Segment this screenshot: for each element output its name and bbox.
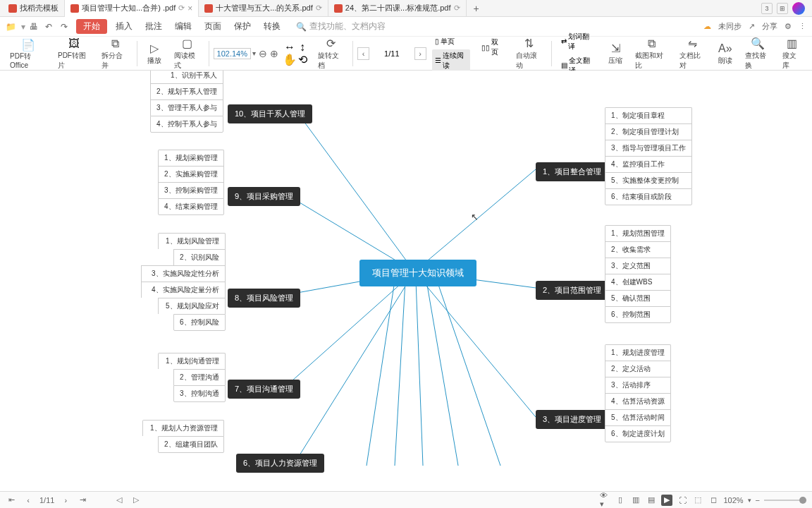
pdf-to-image-button[interactable]: 🖼PDF转图片	[54, 37, 94, 71]
rotate-doc-button[interactable]: ⟳旋转文档	[314, 37, 348, 71]
auto-scroll-button[interactable]: ⇅自动滚动	[512, 37, 546, 71]
share-button[interactable]: 分享	[762, 21, 777, 32]
next-page-button[interactable]: ›	[414, 47, 426, 60]
menu-edit[interactable]: 编辑	[171, 20, 196, 32]
redo-icon[interactable]: ↷	[61, 22, 72, 32]
pdf-icon	[204, 4, 213, 13]
branch-3: 3、项目进度管理	[536, 410, 608, 429]
leaves-2: 1、规划范围管理 2、收集需求 3、定义范围 4、创建WBS 5、确认范围 6、…	[605, 225, 671, 323]
svg-line-3	[285, 272, 414, 387]
tab-label: 项目管理十大知...合并) .pdf	[82, 3, 176, 13]
reload-icon[interactable]: ⟳	[178, 4, 185, 13]
doc-trans-icon: ▤	[561, 61, 567, 69]
eye-icon[interactable]: 👁▾	[599, 495, 610, 506]
zoom-control[interactable]: 102.14% ▾ ⊖ ⊕	[214, 48, 278, 59]
add-tab-button[interactable]: +	[467, 3, 486, 14]
gear-icon[interactable]: ⚙	[785, 22, 792, 31]
split-merge-button[interactable]: ⧉拆分合并	[97, 37, 132, 71]
fit-icon[interactable]: ⛶	[677, 495, 688, 506]
undo-icon[interactable]: ↶	[45, 22, 56, 32]
open-icon[interactable]: 📁	[6, 22, 17, 32]
zoom-status[interactable]: 102%	[723, 496, 743, 504]
zoom-in-icon[interactable]: ⊕	[270, 48, 278, 59]
search-box[interactable]: 🔍 查找功能、文档内容	[296, 20, 386, 32]
grid-icon[interactable]: ⊞	[777, 3, 788, 14]
read-mode-button[interactable]: ▢阅读模式	[170, 37, 204, 71]
play-status-icon[interactable]: ▶	[661, 495, 672, 506]
menu-protect[interactable]: 保护	[230, 20, 255, 32]
screenshot-icon: ⧉	[645, 37, 659, 51]
image-icon: 🖼	[67, 37, 81, 51]
pdf-icon	[334, 4, 343, 13]
tab-bar: 找稻壳模板 项目管理十大知...合并) .pdf⟳× 十大管理与五大...的关系…	[0, 0, 812, 17]
find-replace-button[interactable]: 🔍查找替换	[741, 37, 775, 71]
doc-compare-button[interactable]: ⇋文档比对	[675, 37, 710, 71]
square-icon[interactable]: ◻	[708, 495, 719, 506]
close-icon[interactable]: ×	[187, 4, 192, 13]
tab-active[interactable]: 项目管理十大知...合并) .pdf⟳×	[65, 0, 199, 17]
branch-6: 6、项目人力资源管理	[236, 454, 324, 473]
search-lib-button[interactable]: ▥搜文库	[778, 37, 806, 71]
cloud-icon[interactable]: ☁	[703, 22, 711, 31]
layout1-icon[interactable]: ▯	[615, 495, 626, 506]
nav-right-icon[interactable]: ▷	[130, 495, 142, 506]
layout2-icon[interactable]: ▥	[630, 495, 641, 506]
compress-button[interactable]: ⇲压缩	[603, 42, 628, 66]
zoom-slider[interactable]	[764, 500, 806, 501]
word-trans-button[interactable]: ⇄划词翻译	[558, 30, 597, 53]
menu-annotate[interactable]: 批注	[141, 20, 166, 32]
menu-convert[interactable]: 转换	[259, 20, 285, 32]
compare-button[interactable]: ⧉截图和对比	[631, 37, 672, 71]
page-indicator[interactable]: 1/11	[372, 49, 412, 58]
tab-templates[interactable]: 找稻壳模板	[3, 0, 65, 17]
svg-line-7	[414, 272, 536, 417]
reload-icon[interactable]: ⟳	[316, 4, 322, 13]
dropdown-icon[interactable]: ▾	[252, 49, 256, 57]
rotate-doc-icon: ⟳	[324, 37, 338, 51]
branch-2: 2、项目范围管理	[536, 281, 608, 300]
last-page-icon[interactable]: ⇥	[77, 495, 88, 506]
tab-3[interactable]: 24、第二十四课...标准规范.pdf⟳	[328, 0, 467, 17]
single-page-button[interactable]: ▯单页	[432, 35, 471, 48]
hand-icon[interactable]: ✋	[284, 54, 295, 66]
next-icon[interactable]: ›	[60, 495, 71, 506]
fit-height-icon[interactable]: ↕	[297, 42, 308, 53]
layout3-icon[interactable]: ▤	[646, 495, 657, 506]
trans-icon: ⇄	[561, 37, 567, 45]
svg-line-0	[296, 111, 414, 272]
zoom-dropdown-icon[interactable]: ▾	[748, 497, 751, 504]
menu-insert[interactable]: 插入	[111, 20, 137, 32]
play-button[interactable]: ▷播放	[142, 42, 167, 66]
window-count-icon[interactable]: 3	[761, 3, 773, 14]
first-page-icon[interactable]: ⇤	[6, 495, 17, 506]
tab-2[interactable]: 十大管理与五大...的关系.pdf⟳	[199, 0, 328, 17]
avatar[interactable]	[792, 2, 805, 15]
menu-page[interactable]: 页面	[200, 20, 226, 32]
leaves-3: 1、规划进度管理 2、定义活动 3、活动排序 4、估算活动资源 5、估算活动时间…	[605, 344, 671, 442]
pdf-icon	[70, 4, 79, 13]
branch-10: 10、项目干系人管理	[228, 104, 312, 123]
pdf-to-office-button[interactable]: 📄PDF转Office	[6, 37, 51, 69]
zoom-minus-icon[interactable]: −	[756, 496, 760, 504]
crop-icon[interactable]: ⬚	[692, 495, 703, 506]
zoom-out-icon[interactable]: ⊖	[257, 48, 269, 59]
print-icon[interactable]: 🖶	[30, 22, 41, 32]
reload-icon[interactable]: ⟳	[454, 4, 460, 13]
continuous-button[interactable]: ☰连续阅读	[432, 49, 471, 72]
svg-line-9	[395, 281, 405, 466]
double-page-button[interactable]: ▯▯双页	[479, 36, 506, 59]
more-icon[interactable]: ⋮	[799, 22, 806, 31]
prev-icon[interactable]: ‹	[23, 495, 34, 506]
fit-width-icon[interactable]: ↔	[284, 42, 295, 53]
nav-left-icon[interactable]: ◁	[113, 495, 125, 506]
document-canvas[interactable]: 项目管理十大知识领域 10、项目干系人管理 1、识别干系人 2、规划干系人管理 …	[0, 71, 812, 491]
unsync-label[interactable]: 未同步	[718, 21, 742, 32]
rotate-icon[interactable]: ⟲	[297, 54, 308, 66]
read-aloud-button[interactable]: A»朗读	[713, 42, 738, 66]
speaker-icon: A»	[718, 42, 732, 56]
start-button[interactable]: 开始	[76, 19, 107, 34]
page-status[interactable]: 1/11	[39, 496, 54, 504]
prev-page-button[interactable]: ‹	[357, 47, 369, 60]
dropdown-icon[interactable]: ▾	[21, 22, 25, 32]
zoom-value[interactable]: 102.14%	[214, 48, 251, 59]
